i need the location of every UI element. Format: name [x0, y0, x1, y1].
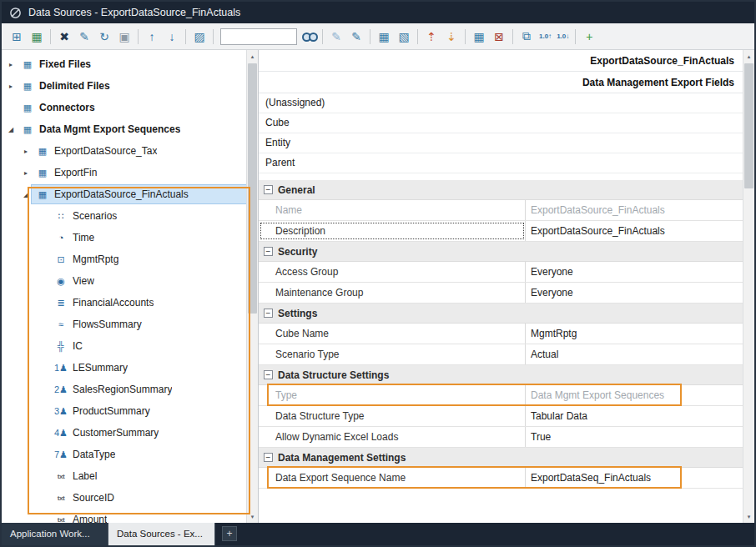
property-group-security[interactable]: −Security — [259, 242, 743, 262]
add-data-source-icon[interactable]: ⊞ — [8, 27, 26, 47]
grid-clear-icon[interactable]: ⊠ — [490, 27, 508, 47]
sort-down-icon[interactable]: ⇣ — [442, 27, 461, 47]
tree-item-ic[interactable]: ╬IC — [2, 335, 246, 357]
tree-item-scenarios[interactable]: ∷Scenarios — [2, 205, 246, 227]
collapsed-expander-icon[interactable]: ▸ — [5, 83, 17, 90]
edit-icon[interactable]: ✎ — [75, 27, 93, 47]
refresh-icon[interactable]: ↻ — [95, 27, 113, 47]
property-row-type[interactable]: TypeData Mgmt Export Sequences — [259, 385, 743, 406]
property-value[interactable]: Tabular Data — [526, 406, 743, 426]
property-value[interactable]: True — [526, 427, 743, 447]
property-row-data-export-sequence-name[interactable]: Data Export Sequence NameExportDataSeq_F… — [259, 468, 743, 489]
tree-item-body: ╬IC — [50, 337, 246, 355]
property-value[interactable]: Everyone — [526, 283, 743, 303]
tab-application-work[interactable]: Application Work... — [2, 523, 108, 545]
tree-scrollbar-thumb[interactable] — [248, 63, 257, 314]
scroll-down-icon[interactable]: ▼ — [743, 510, 754, 523]
scroll-up-icon[interactable]: ▲ — [247, 50, 258, 63]
scroll-down-icon[interactable]: ▼ — [247, 510, 258, 523]
property-value[interactable]: Actual — [526, 344, 743, 364]
collapse-icon[interactable]: − — [264, 453, 273, 462]
tree-item-productsummary[interactable]: 3♟ProductSummary — [2, 400, 246, 422]
property-row-scenario-type[interactable]: Scenario TypeActual — [259, 344, 743, 365]
collapse-icon[interactable]: − — [264, 309, 273, 318]
collapsed-expander-icon[interactable]: ▸ — [20, 169, 32, 177]
field-row-cube[interactable]: Cube — [259, 113, 743, 133]
property-group-general[interactable]: −General — [259, 180, 743, 200]
collapsed-expander-icon[interactable]: ▸ — [5, 61, 17, 68]
toolbar-search-input[interactable] — [220, 28, 297, 45]
property-group-settings[interactable]: −Settings — [259, 304, 743, 324]
sort-up-icon[interactable]: ⇡ — [422, 27, 441, 47]
property-value[interactable]: Data Mgmt Export Sequences — [526, 385, 743, 405]
grid-chart-icon[interactable]: ▧ — [395, 27, 413, 47]
tab-data-sources-ex[interactable]: Data Sources - Ex... — [108, 523, 215, 545]
scroll-up-icon[interactable]: ▲ — [743, 50, 754, 63]
tree-item-label[interactable]: txtLabel — [2, 465, 246, 487]
tree-item-datatype[interactable]: 7♟DataType — [2, 444, 246, 465]
tree-item-mgmtrptg[interactable]: ⊡MgmtRptg — [2, 248, 246, 270]
property-group-data-management-settings[interactable]: −Data Management Settings — [259, 448, 743, 468]
move-up-icon[interactable]: ↑ — [143, 27, 161, 47]
property-row-name[interactable]: NameExportDataSource_FinActuals — [259, 200, 743, 221]
new-tab-button[interactable]: + — [222, 526, 237, 541]
tree-item-connectors[interactable]: ▦Connectors — [2, 97, 246, 118]
field-row-unassigned[interactable]: (Unassigned) — [259, 93, 743, 113]
tree-item-lesummary[interactable]: 1♟LESummary — [2, 357, 246, 379]
tree-item-flowssummary[interactable]: ≈FlowsSummary — [2, 314, 246, 335]
import-data-source-icon[interactable]: ▦ — [28, 27, 46, 47]
copy-pages-icon[interactable]: ⧉ — [517, 27, 536, 47]
time-clock-icon: ◔ — [53, 233, 69, 243]
move-down-icon[interactable]: ↓ — [163, 27, 181, 47]
field-row-parent[interactable]: Parent — [259, 153, 743, 173]
tree-item-exportdatasource-finactuals[interactable]: ◢▦ExportDataSource_FinActuals — [2, 183, 246, 205]
save-icon[interactable]: ▣ — [115, 27, 134, 47]
decimal-decrease-icon[interactable]: 1.0↓ — [555, 27, 571, 47]
tree-scrollbar[interactable]: ▲ ▼ — [246, 50, 258, 523]
collapse-icon[interactable]: − — [264, 185, 273, 194]
tree-item-exportdatasource-tax[interactable]: ▸▦ExportDataSource_Tax — [2, 140, 246, 162]
tree-item-data-mgmt-export-sequences[interactable]: ◢▦Data Mgmt Export Sequences — [2, 118, 246, 140]
grid-load-icon[interactable]: ▦ — [470, 27, 488, 47]
expanded-expander-icon[interactable]: ◢ — [20, 191, 32, 198]
export-image-icon[interactable]: ▨ — [190, 27, 209, 47]
field-row-entity[interactable]: Entity — [259, 133, 743, 153]
property-row-description[interactable]: DescriptionExportDataSource_FinActuals — [259, 221, 743, 242]
tree-item-delimited-files[interactable]: ▸▦Delimited Files — [2, 75, 246, 97]
grid-view-icon[interactable]: ▦ — [375, 27, 393, 47]
property-row-maintenance-group[interactable]: Maintenance GroupEveryone — [259, 283, 743, 304]
tree-item-fixed-files[interactable]: ▸▦Fixed Files — [2, 53, 246, 75]
property-value[interactable]: ExportDataSeq_FinActuals — [526, 468, 743, 488]
delete-icon[interactable]: ✖ — [55, 27, 73, 47]
property-value[interactable]: ExportDataSource_FinActuals — [526, 200, 743, 220]
property-row-data-structure-type[interactable]: Data Structure TypeTabular Data — [259, 406, 743, 427]
property-value[interactable]: ExportDataSource_FinActuals — [526, 221, 743, 241]
tree-item-sourceid[interactable]: txtSourceID — [2, 487, 246, 509]
tree-item-customersummary[interactable]: 4♟CustomerSummary — [2, 422, 246, 444]
tree-item-view[interactable]: ◉View — [2, 270, 246, 292]
edit-source-pencil-icon[interactable]: ✎ — [327, 27, 345, 47]
tree-item-amount[interactable]: txtAmount — [2, 509, 246, 523]
expanded-expander-icon[interactable]: ◢ — [5, 126, 17, 133]
decimal-increase-icon[interactable]: 1.0↑ — [537, 27, 553, 47]
property-group-data-structure-settings[interactable]: −Data Structure Settings — [259, 365, 743, 385]
tree-item-exportfin[interactable]: ▸▦ExportFin — [2, 162, 246, 183]
find-binoculars-icon[interactable] — [301, 27, 318, 47]
property-value[interactable]: MgmtRptg — [526, 324, 743, 344]
property-row-allow-dynamic-excel-loads[interactable]: Allow Dynamic Excel LoadsTrue — [259, 427, 743, 448]
collapse-icon[interactable]: − — [264, 247, 273, 256]
tree-item-financialaccounts[interactable]: ≣FinancialAccounts — [2, 292, 246, 314]
details-scrollbar-thumb[interactable] — [744, 63, 753, 188]
tree-item-time[interactable]: ◔Time — [2, 227, 246, 248]
add-row-icon[interactable]: + — [580, 27, 598, 47]
edit-transform-pencil-icon[interactable]: ✎ — [347, 27, 365, 47]
tree-item-salesregionsummary[interactable]: 2♟SalesRegionSummary — [2, 379, 246, 400]
property-row-cube-name[interactable]: Cube NameMgmtRptg — [259, 324, 743, 344]
collapsed-expander-icon[interactable]: ▸ — [20, 148, 32, 155]
tree-item-body: ◔Time — [50, 228, 246, 247]
tree-item-label: LESummary — [73, 362, 128, 374]
collapse-icon[interactable]: − — [264, 370, 273, 379]
property-row-access-group[interactable]: Access GroupEveryone — [259, 262, 743, 283]
details-scrollbar[interactable]: ▲ ▼ — [743, 50, 754, 523]
property-value[interactable]: Everyone — [526, 262, 743, 282]
